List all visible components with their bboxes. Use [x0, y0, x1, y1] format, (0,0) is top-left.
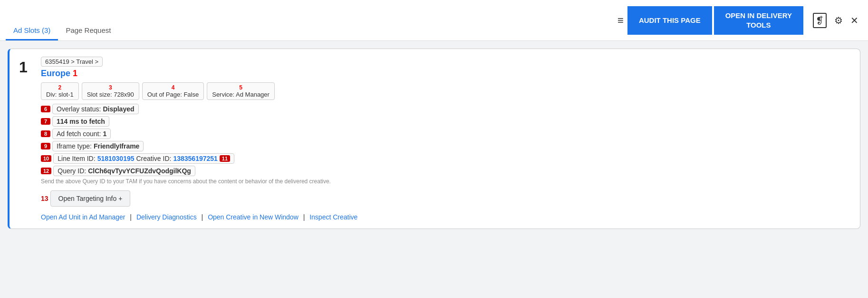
creative-id[interactable]: 138356197251 [173, 155, 217, 162]
main-content: 1 6355419 > Travel > Europe 1 2 Div: slo… [0, 41, 868, 237]
query-num: 12 [41, 168, 51, 174]
creative-num: 11 [220, 155, 230, 162]
menu-icon-button[interactable]: ≡ [614, 10, 627, 30]
tab-ad-slots[interactable]: Ad Slots (3) [6, 0, 58, 40]
tags-row: 2 Div: slot-1 3 Slot size: 728x90 4 Out … [41, 82, 850, 100]
toolbar: Ad Slots (3) Page Request ≡ AUDIT THIS P… [0, 0, 868, 41]
message-icon: ❡ [813, 13, 827, 28]
gear-icon: ⚙ [834, 15, 843, 26]
hamburger-icon: ≡ [617, 14, 624, 27]
lineitem-id[interactable]: 5181030195 [97, 155, 135, 162]
fetch-text: 114 ms to fetch [57, 118, 105, 125]
div-tag: 2 Div: slot-1 [41, 82, 79, 100]
iframe-value: FriendlyIframe [94, 142, 139, 150]
tab-bar: Ad Slots (3) Page Request [6, 0, 118, 40]
query-row: 12 Query ID: ClCh6qvTyvYCFUZdvQodgilKQg [41, 166, 850, 176]
overlay-row: 6 Overlay status: Displayed [41, 104, 850, 114]
fetch-num: 7 [41, 118, 50, 125]
overlay-num: 6 [41, 106, 50, 112]
ad-name: Europe 1 [41, 69, 850, 79]
slot-size-tag: 3 Slot size: 728x90 [82, 82, 139, 100]
ad-slot-number: 1 [19, 57, 33, 221]
iframe-num: 9 [41, 143, 50, 149]
fetch-count-label: Ad fetch count: [57, 130, 101, 138]
delivery-diagnostics-link[interactable]: Delivery Diagnostics [136, 213, 197, 221]
targeting-num: 13 [41, 195, 48, 202]
breadcrumb: 6355419 > Travel > [41, 57, 103, 67]
targeting-button[interactable]: Open Targeting Info + [50, 190, 131, 207]
out-of-page-tag: 4 Out of Page: False [142, 82, 204, 100]
delivery-button[interactable]: OPEN IN DELIVERY TOOLS [714, 6, 803, 35]
lineitem-num: 10 [41, 155, 51, 162]
open-creative-link[interactable]: Open Creative in New Window [208, 213, 299, 221]
service-tag: 5 Service: Ad Manager [207, 82, 275, 100]
overlay-value: Displayed [103, 105, 134, 113]
close-button[interactable]: ✕ [847, 11, 862, 30]
creative-label: Creative ID: [136, 155, 172, 162]
open-ad-unit-link[interactable]: Open Ad Unit in Ad Manager [41, 213, 125, 221]
tab-page-request[interactable]: Page Request [58, 0, 118, 40]
settings-button[interactable]: ⚙ [830, 11, 847, 30]
fetch-time-row: 7 114 ms to fetch [41, 116, 850, 127]
query-id-value: ClCh6qvTyvYCFUZdvQodgilKQg [88, 167, 191, 175]
targeting-row: 13 Open Targeting Info + [41, 190, 850, 207]
query-note: Send the above Query ID to your TAM if y… [41, 178, 850, 185]
inspect-creative-link[interactable]: Inspect Creative [309, 213, 357, 221]
message-icon-button[interactable]: ❡ [809, 9, 830, 32]
iframe-row: 9 Iframe type: FriendlyIframe [41, 141, 850, 151]
iframe-label: Iframe type: [57, 142, 92, 150]
ids-row: 10 Line Item ID: 5181030195 Creative ID:… [41, 153, 850, 164]
query-label: Query ID: [58, 167, 86, 175]
fetch-count-row: 8 Ad fetch count: 1 [41, 129, 850, 139]
fetch-count-value: 1 [103, 130, 106, 138]
audit-button[interactable]: AUDIT THIS PAGE [627, 6, 712, 35]
lineitem-label: Line Item ID: [58, 155, 95, 162]
ad-slot-card: 1 6355419 > Travel > Europe 1 2 Div: slo… [8, 49, 860, 229]
fetch-count-num: 8 [41, 130, 50, 137]
breadcrumb-row: 6355419 > Travel > [41, 57, 850, 67]
ad-slot-details: 6355419 > Travel > Europe 1 2 Div: slot-… [41, 57, 850, 221]
footer-links: Open Ad Unit in Ad Manager | Delivery Di… [41, 213, 850, 221]
overlay-text: Overlay status: [57, 105, 101, 113]
close-icon: ✕ [850, 15, 858, 26]
